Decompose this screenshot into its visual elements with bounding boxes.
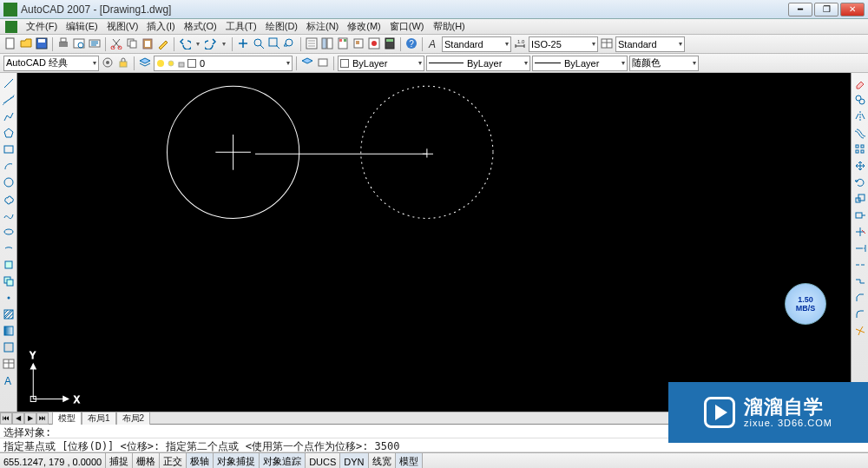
redo-button[interactable]: [204, 37, 218, 51]
layer-combo[interactable]: 0 ▾: [154, 56, 293, 71]
drawing-canvas[interactable]: X Y 1.50 MB/S: [17, 73, 851, 412]
table-style-button[interactable]: [600, 37, 614, 51]
insert-block-tool[interactable]: [2, 258, 16, 272]
point-tool[interactable]: [2, 291, 16, 305]
make-block-tool[interactable]: [2, 274, 16, 288]
array-tool[interactable]: [853, 142, 867, 156]
open-button[interactable]: [19, 37, 33, 51]
arc-tool[interactable]: [2, 159, 16, 173]
menu-format[interactable]: 格式(O): [181, 19, 220, 34]
linetype-combo[interactable]: ByLayer ▾: [426, 56, 530, 71]
table-tool[interactable]: [2, 357, 16, 371]
maximize-button[interactable]: ❐: [814, 3, 838, 16]
xline-tool[interactable]: [2, 93, 16, 107]
break-tool[interactable]: [853, 258, 867, 272]
close-button[interactable]: ✕: [840, 3, 865, 16]
status-osnap[interactable]: 对象捕捉: [214, 453, 260, 468]
rotate-tool[interactable]: [853, 175, 867, 189]
rectangle-tool[interactable]: [2, 142, 16, 156]
status-lwt[interactable]: 线宽: [369, 453, 396, 468]
polygon-tool[interactable]: [2, 126, 16, 140]
status-otrack[interactable]: 对象追踪: [260, 453, 306, 468]
status-polar[interactable]: 极轴: [187, 453, 214, 468]
layer-states-button[interactable]: [316, 56, 330, 70]
paste-button[interactable]: [141, 37, 155, 51]
spline-tool[interactable]: [2, 208, 16, 222]
color-combo[interactable]: ByLayer ▾: [338, 56, 424, 71]
menu-help[interactable]: 帮助(H): [430, 19, 469, 34]
dim-style-button[interactable]: 1.0: [513, 37, 527, 51]
status-model[interactable]: 模型: [396, 453, 423, 468]
zoom-rt-button[interactable]: [252, 37, 266, 51]
calc-button[interactable]: [383, 37, 397, 51]
copy-button[interactable]: [125, 37, 139, 51]
join-tool[interactable]: [853, 274, 867, 288]
erase-tool[interactable]: [853, 76, 867, 90]
menu-view[interactable]: 视图(V): [103, 19, 142, 34]
sheet-set-button[interactable]: [352, 37, 365, 51]
workspace-settings-button[interactable]: [101, 56, 115, 70]
chamfer-tool[interactable]: [853, 291, 867, 305]
menu-window[interactable]: 窗口(W): [386, 19, 428, 34]
new-button[interactable]: [3, 37, 17, 51]
status-snap[interactable]: 捕捉: [106, 453, 133, 468]
status-ortho[interactable]: 正交: [160, 453, 187, 468]
revcloud-tool[interactable]: [2, 192, 16, 206]
layer-manager-button[interactable]: [138, 56, 152, 70]
circle-tool[interactable]: [2, 175, 16, 189]
menu-insert[interactable]: 插入(I): [143, 19, 178, 34]
scale-tool[interactable]: [853, 192, 867, 206]
text-style-button[interactable]: A: [426, 37, 440, 51]
redo-dropdown[interactable]: ▾: [220, 37, 228, 51]
plot-preview-button[interactable]: [72, 37, 86, 51]
help-button[interactable]: ?: [404, 37, 418, 51]
save-button[interactable]: [35, 37, 49, 51]
zoom-win-button[interactable]: [267, 37, 281, 51]
region-tool[interactable]: [2, 340, 16, 354]
publish-button[interactable]: [88, 37, 102, 51]
ellipse-tool[interactable]: [2, 225, 16, 239]
status-dyn[interactable]: DYN: [340, 453, 368, 468]
minimize-button[interactable]: ━: [788, 3, 812, 16]
layer-prev-button[interactable]: [300, 56, 314, 70]
mirror-tool[interactable]: [853, 109, 867, 123]
markup-button[interactable]: [367, 37, 381, 51]
properties-button[interactable]: [305, 37, 319, 51]
tab-first-button[interactable]: ⏮: [0, 412, 12, 425]
menu-draw[interactable]: 绘图(D): [262, 19, 301, 34]
menu-modify[interactable]: 修改(M): [344, 19, 385, 34]
table-style-combo[interactable]: Standard▾: [615, 36, 685, 52]
dim-style-combo[interactable]: ISO-25▾: [529, 36, 598, 52]
tool-pal-button[interactable]: [336, 37, 350, 51]
line-tool[interactable]: [2, 76, 16, 90]
workspace-lock-button[interactable]: [116, 56, 130, 70]
mtext-tool[interactable]: A: [2, 373, 16, 387]
plotstyle-combo[interactable]: 随颜色 ▾: [629, 56, 699, 71]
menu-edit[interactable]: 编辑(E): [62, 19, 102, 34]
menu-dim[interactable]: 标注(N): [303, 19, 342, 34]
move-tool[interactable]: [853, 159, 867, 173]
offset-tool[interactable]: [853, 126, 867, 140]
explode-tool[interactable]: [853, 324, 867, 338]
ellipse-arc-tool[interactable]: [2, 241, 16, 255]
extend-tool[interactable]: [853, 241, 867, 255]
polyline-tool[interactable]: [2, 109, 16, 123]
fillet-tool[interactable]: [853, 307, 867, 321]
menu-file[interactable]: 文件(F): [23, 19, 61, 34]
lineweight-combo[interactable]: ByLayer ▾: [532, 56, 628, 71]
match-prop-button[interactable]: [156, 37, 170, 51]
cut-button[interactable]: [109, 37, 123, 51]
system-menu-icon[interactable]: [5, 21, 17, 33]
copy-tool[interactable]: [853, 93, 867, 107]
undo-button[interactable]: [178, 37, 192, 51]
pan-button[interactable]: [236, 37, 250, 51]
dc-button[interactable]: [320, 37, 334, 51]
workspace-combo[interactable]: AutoCAD 经典▾: [3, 56, 99, 71]
coordinate-readout[interactable]: 655.1247, 179 , 0.0000: [0, 453, 106, 468]
status-ducs[interactable]: DUCS: [306, 453, 340, 468]
text-style-combo[interactable]: Standard▾: [442, 36, 511, 52]
print-button[interactable]: [56, 37, 70, 51]
gradient-tool[interactable]: [2, 324, 16, 338]
stretch-tool[interactable]: [853, 208, 867, 222]
hatch-tool[interactable]: [2, 307, 16, 321]
